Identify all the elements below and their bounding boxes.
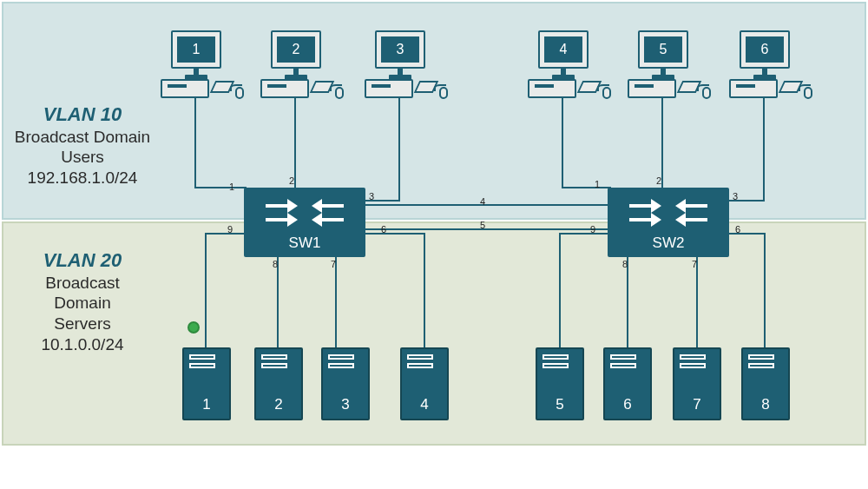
- switch-sw2: SW2: [608, 188, 729, 257]
- server-4-label: 4: [400, 396, 449, 413]
- port-sw2-1: 1: [595, 179, 600, 189]
- vlan10-subnet: 192.168.1.0/24: [13, 168, 152, 188]
- server-6-label: 6: [603, 396, 652, 413]
- port-sw1-9: 9: [227, 224, 233, 235]
- status-dot: [187, 321, 200, 334]
- pc-3: 3: [365, 30, 451, 104]
- switch-arrows-icon: [608, 191, 729, 235]
- switch-arrows-icon: [244, 191, 365, 235]
- server-4: 4: [400, 347, 449, 420]
- pc-4-label: 4: [544, 36, 582, 63]
- server-8: 8: [741, 347, 790, 420]
- server-8-label: 8: [741, 396, 790, 413]
- port-sw1-5: 5: [480, 220, 485, 230]
- pc-2-label: 2: [277, 36, 315, 63]
- server-3-label: 3: [321, 396, 370, 413]
- vlan10-desc1: Broadcast Domain: [13, 127, 152, 148]
- vlan20-label: VLAN 20 Broadcast Domain Servers 10.1.0.…: [17, 248, 148, 355]
- port-sw1-2: 2: [289, 175, 294, 186]
- pc-5-label: 5: [644, 36, 682, 63]
- server-1: 1: [182, 347, 231, 420]
- vlan20-subnet: 10.1.0.0/24: [17, 334, 148, 355]
- server-3: 3: [321, 347, 370, 420]
- port-sw1-1: 1: [229, 182, 234, 192]
- pc-1: 1: [161, 30, 247, 104]
- server-2-label: 2: [254, 396, 303, 413]
- port-sw1-3: 3: [369, 191, 374, 202]
- port-sw1-4: 4: [480, 196, 485, 207]
- server-1-label: 1: [182, 396, 231, 413]
- server-2: 2: [254, 347, 303, 420]
- port-sw2-8: 8: [622, 259, 628, 269]
- port-sw2-2: 2: [656, 175, 661, 186]
- port-sw2-6: 6: [735, 224, 740, 235]
- server-7: 7: [673, 347, 721, 420]
- port-sw2-7: 7: [692, 259, 697, 269]
- port-sw1-8: 8: [273, 259, 278, 269]
- port-sw2-3: 3: [733, 191, 738, 202]
- sw1-label: SW1: [244, 235, 365, 252]
- pc-6: 6: [729, 30, 816, 104]
- vlan10-label: VLAN 10 Broadcast Domain Users 192.168.1…: [13, 102, 152, 188]
- pc-1-label: 1: [177, 36, 215, 63]
- pc-5: 5: [628, 30, 714, 104]
- switch-sw1: SW1: [244, 188, 365, 257]
- server-7-label: 7: [673, 396, 721, 413]
- port-sw1-6: 6: [381, 224, 386, 235]
- pc-4: 4: [528, 30, 615, 104]
- pc-2: 2: [260, 30, 347, 104]
- vlan20-name: VLAN 20: [17, 248, 148, 273]
- port-sw1-7: 7: [331, 259, 336, 269]
- vlan20-desc2: Servers: [17, 314, 148, 334]
- server-5-label: 5: [536, 396, 584, 413]
- server-6: 6: [603, 347, 652, 420]
- port-sw2-9: 9: [590, 224, 595, 235]
- server-5: 5: [536, 347, 584, 420]
- sw2-label: SW2: [608, 235, 729, 252]
- vlan20-desc1: Broadcast Domain: [17, 273, 148, 314]
- pc-3-label: 3: [381, 36, 419, 63]
- vlan10-name: VLAN 10: [13, 102, 152, 127]
- pc-6-label: 6: [746, 36, 784, 63]
- vlan10-desc2: Users: [13, 147, 152, 168]
